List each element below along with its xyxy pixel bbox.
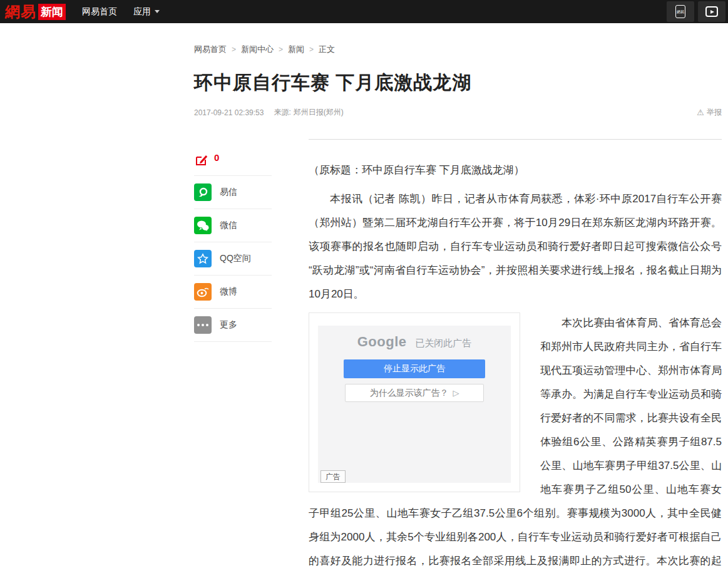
article-body: （原标题：环中原自行车赛 下月底激战龙湖） 本报讯（记者 陈凯）昨日，记者从市体… xyxy=(309,140,722,573)
nav-app-dropdown[interactable]: 应用 xyxy=(133,6,160,18)
nav-home-link[interactable]: 网易首页 xyxy=(82,6,117,18)
phone-icon: 網易 xyxy=(675,5,685,18)
breadcrumb-news-center[interactable]: 新闻中心 xyxy=(241,44,274,55)
share-wechat-button[interactable]: 微信 xyxy=(194,209,272,242)
share-label-weibo: 微博 xyxy=(220,286,237,297)
netease-logo-text: 網易 xyxy=(5,2,36,22)
source-link[interactable]: 郑州日报(郑州) xyxy=(294,107,344,118)
share-qzone-button[interactable]: QQ空间 xyxy=(194,242,272,276)
edit-comment-icon xyxy=(194,153,209,168)
ad-header: Google 已关闭此广告 xyxy=(318,326,511,350)
breadcrumb-home[interactable]: 网易首页 xyxy=(194,44,227,55)
warning-icon: ⚠ xyxy=(697,108,704,117)
more-dots-icon xyxy=(194,316,212,334)
share-label-qzone: QQ空间 xyxy=(220,253,251,264)
report-label: 举报 xyxy=(707,107,722,118)
share-sidebar: 0 易信 微信 QQ空间 xyxy=(194,145,272,342)
share-label-more: 更多 xyxy=(220,319,237,331)
paragraph-1: 本报讯（记者 陈凯）昨日，记者从市体育局获悉，体彩·环中原2017自行车公开赛（… xyxy=(309,187,722,306)
video-app-icon[interactable] xyxy=(698,1,725,22)
breadcrumb-separator: > xyxy=(309,45,314,54)
play-icon xyxy=(705,6,718,17)
breadcrumb-separator: > xyxy=(279,45,283,54)
publish-date: 2017-09-21 02:39:53 xyxy=(194,108,264,117)
weibo-eye-icon xyxy=(194,283,212,301)
comment-button[interactable]: 0 xyxy=(194,145,272,176)
breadcrumb-separator: > xyxy=(232,45,236,54)
ad-panel: Google 已关闭此广告 停止显示此广告 为什么显示该广告？ ▷ 广告 xyxy=(318,326,511,483)
original-title: （原标题：环中原自行车赛 下月底激战龙湖） xyxy=(309,158,722,182)
wechat-icon xyxy=(194,217,212,234)
share-label-wechat: 微信 xyxy=(220,220,237,231)
share-more-button[interactable]: 更多 xyxy=(194,309,272,342)
qzone-star-icon xyxy=(194,250,212,267)
article-meta: 2017-09-21 02:39:53 来源: 郑州日报(郑州) ⚠ 举报 xyxy=(194,107,722,118)
share-weibo-button[interactable]: 微博 xyxy=(194,276,272,309)
netease-app-icon[interactable]: 網易 xyxy=(667,1,694,22)
ad-badge: 广告 xyxy=(320,470,346,483)
yixin-icon xyxy=(194,183,212,201)
share-label-yixin: 易信 xyxy=(220,187,237,198)
share-yixin-button[interactable]: 易信 xyxy=(194,176,272,209)
top-nav-links: 网易首页 应用 xyxy=(82,6,160,18)
top-navbar: 網易 新闻 网易首页 应用 網易 xyxy=(0,0,728,23)
nav-home-label: 网易首页 xyxy=(82,6,117,18)
page-title: 环中原自行车赛 下月底激战龙湖 xyxy=(194,70,722,96)
adchoices-icon: ▷ xyxy=(453,388,459,398)
nav-app-label: 应用 xyxy=(133,6,151,18)
stop-showing-ad-button[interactable]: 停止显示此广告 xyxy=(344,359,485,378)
topbar-right-icons: 網易 xyxy=(667,1,725,22)
breadcrumb: 网易首页 > 新闻中心 > 新闻 > 正文 xyxy=(194,44,335,55)
ad-container: Google 已关闭此广告 停止显示此广告 为什么显示该广告？ ▷ 广告 xyxy=(309,312,520,492)
breadcrumb-news[interactable]: 新闻 xyxy=(288,44,304,55)
breadcrumb-current: 正文 xyxy=(319,44,335,55)
why-this-ad-button[interactable]: 为什么显示该广告？ ▷ xyxy=(345,384,484,402)
source-label: 来源: xyxy=(274,107,290,118)
chevron-down-icon xyxy=(155,10,160,13)
netease-logo[interactable]: 網易 新闻 xyxy=(5,2,66,22)
comment-count: 0 xyxy=(214,152,219,163)
ad-closed-text: 已关闭此广告 xyxy=(415,338,471,348)
google-logo: Google xyxy=(357,334,407,349)
report-button[interactable]: ⚠ 举报 xyxy=(697,107,722,118)
why-this-ad-label: 为什么显示该广告？ xyxy=(370,388,449,399)
news-logo-badge: 新闻 xyxy=(38,4,66,20)
